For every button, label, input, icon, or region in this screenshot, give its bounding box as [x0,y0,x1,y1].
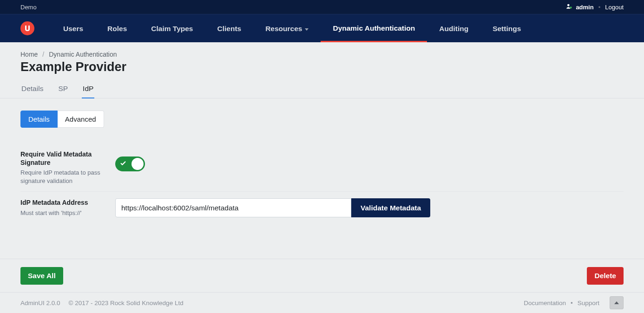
idp-metadata-input[interactable] [115,198,351,217]
nav-resources[interactable]: Resources [253,15,321,41]
page-title: Example Provider [20,60,624,74]
action-bar: Save All Delete [0,259,644,292]
field-require-signature: Require Valid Metadata Signature Require… [20,143,624,192]
logout-link[interactable]: Logout [605,4,624,11]
footer-support[interactable]: Support [578,300,599,306]
breadcrumb-separator: / [42,51,44,58]
user-label: admin [576,4,593,11]
subtab-group: Details Advanced [20,111,624,128]
require-signature-label: Require Valid Metadata Signature [20,150,106,167]
svg-point-0 [567,4,570,6]
chevron-down-icon [305,28,309,31]
validate-metadata-button[interactable]: Validate Metadata [351,198,430,217]
nav-dynamic-authentication[interactable]: Dynamic Authentication [321,15,427,42]
delete-button[interactable]: Delete [587,267,624,285]
scroll-to-top-button[interactable] [610,296,624,309]
nav-clients[interactable]: Clients [205,15,253,41]
user-icon [566,3,572,11]
tab-sp[interactable]: SP [57,81,69,98]
nav-resources-label: Resources [265,25,302,33]
toggle-knob [131,158,144,170]
content: Home / Dynamic Authentication Example Pr… [0,42,644,224]
idp-metadata-hint: Must start with 'https://' [20,209,106,217]
logo[interactable] [20,21,34,35]
nav-auditing[interactable]: Auditing [427,15,480,41]
save-all-button[interactable]: Save All [20,267,63,285]
chevron-up-icon [614,301,619,304]
subtab-details[interactable]: Details [20,111,58,128]
footer: AdminUI 2.0.0 © 2017 - 2023 Rock Solid K… [0,292,644,313]
check-icon [120,160,126,168]
current-user[interactable]: admin [566,3,593,11]
topbar: Demo admin • Logout [0,0,644,14]
tab-details[interactable]: Details [20,81,44,98]
nav-settings[interactable]: Settings [480,15,533,41]
footer-documentation[interactable]: Documentation [524,300,566,306]
breadcrumb-home[interactable]: Home [20,51,38,58]
tabs: Details SP IdP [0,81,644,98]
field-idp-metadata-address: IdP Metadata Address Must start with 'ht… [20,192,624,224]
breadcrumb: Home / Dynamic Authentication [20,51,624,58]
nav-users[interactable]: Users [51,15,95,41]
nav-roles[interactable]: Roles [95,15,139,41]
form: Require Valid Metadata Signature Require… [20,143,624,224]
nav-claim-types[interactable]: Claim Types [139,15,205,41]
idp-metadata-label: IdP Metadata Address [20,198,106,207]
footer-copyright: © 2017 - 2023 Rock Solid Knowledge Ltd [69,300,184,306]
separator: • [598,4,601,11]
subtab-advanced[interactable]: Advanced [58,111,104,128]
separator: • [571,300,573,306]
org-name: Demo [20,4,37,11]
footer-version: AdminUI 2.0.0 [20,300,60,306]
breadcrumb-current: Dynamic Authentication [49,51,117,58]
require-signature-toggle[interactable] [115,156,145,171]
require-signature-hint: Require IdP metadata to pass signature v… [20,169,106,185]
tab-idp[interactable]: IdP [82,81,94,98]
navbar: Users Roles Claim Types Clients Resource… [0,14,644,42]
